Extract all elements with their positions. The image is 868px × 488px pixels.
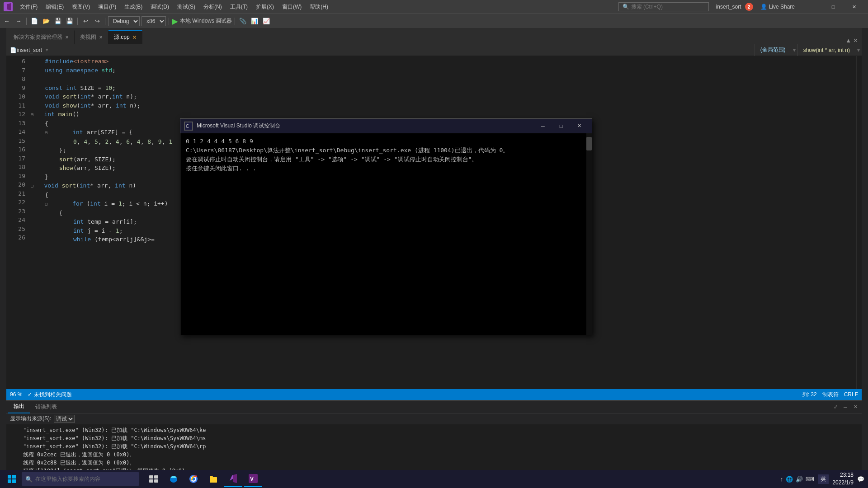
tab-modified-dot: × bbox=[132, 33, 137, 42]
svg-rect-9 bbox=[154, 479, 158, 483]
toolbar-forward[interactable]: → bbox=[14, 16, 24, 26]
no-problems[interactable]: ✓ 未找到相关问题 bbox=[28, 391, 71, 399]
tray-network-icon[interactable]: 🌐 bbox=[786, 476, 793, 483]
file-icon: 📄 bbox=[10, 47, 17, 53]
taskbar-vs2[interactable]: V bbox=[244, 471, 262, 487]
tray-keyboard-icon[interactable]: ⌨ bbox=[806, 476, 814, 483]
tab-panel-collapse[interactable]: ▲ bbox=[845, 37, 851, 44]
out-line-4: 线程 0x2cec 已退出，返回值为 0 (0x0)。 bbox=[10, 450, 858, 459]
menu-build[interactable]: 生成(B) bbox=[121, 2, 146, 12]
tab-source-label: 源.cpp bbox=[114, 33, 130, 41]
start-button[interactable] bbox=[4, 471, 20, 487]
tray-upload-icon[interactable]: ↑ bbox=[780, 476, 783, 483]
toolbar-attach[interactable]: 📎 bbox=[238, 16, 248, 26]
toolbar-prof[interactable]: 📈 bbox=[261, 16, 271, 26]
menu-edit[interactable]: 编辑(E) bbox=[42, 2, 67, 12]
panel-close[interactable]: ✕ bbox=[851, 403, 860, 412]
toolbar-open[interactable]: 📂 bbox=[41, 16, 51, 26]
menu-extensions[interactable]: 扩展(X) bbox=[252, 2, 278, 12]
taskbar-search-input[interactable] bbox=[35, 476, 126, 482]
menu-analyze[interactable]: 分析(N) bbox=[200, 2, 226, 12]
fp-arrow-icon: ▾ bbox=[46, 47, 48, 53]
close-button[interactable]: ✕ bbox=[844, 0, 864, 14]
menu-file[interactable]: 文件(F) bbox=[16, 2, 41, 12]
tab-output[interactable]: 输出 bbox=[8, 401, 30, 413]
menu-test[interactable]: 测试(S) bbox=[174, 2, 199, 12]
language-indicator[interactable]: 英 bbox=[818, 474, 829, 484]
svg-rect-8 bbox=[149, 479, 153, 483]
out-line-1: "insert_sort.exe" (Win32): 已加载 "C:\Windo… bbox=[10, 426, 858, 434]
title-search-input[interactable] bbox=[631, 4, 694, 10]
taskbar-edge[interactable] bbox=[165, 471, 183, 487]
tray-sound-icon[interactable]: 🔊 bbox=[796, 476, 803, 483]
run-button[interactable]: ▶ 本地 Windows 调试器 bbox=[172, 16, 232, 26]
editor-area: 解决方案资源管理器 解决方案资源管理器 ✕ 类视图 ✕ 源.cpp × ▲ bbox=[0, 28, 868, 488]
tab-class-view[interactable]: 类视图 ✕ bbox=[75, 30, 108, 44]
window-title: insert_sort bbox=[716, 4, 741, 10]
system-tray: ↑ 🌐 🔊 ⌨ bbox=[780, 476, 815, 483]
out-line-2: "insert_sort.exe" (Win32): 已加载 "C:\Windo… bbox=[10, 434, 858, 442]
menu-help[interactable]: 帮助(H) bbox=[306, 2, 332, 12]
toolbar-redo[interactable]: ↪ bbox=[92, 16, 102, 26]
svg-rect-5 bbox=[12, 479, 16, 483]
menu-window[interactable]: 窗口(W) bbox=[278, 2, 305, 12]
svg-rect-15 bbox=[210, 476, 213, 478]
output-source-select[interactable]: 调试 bbox=[54, 415, 75, 423]
taskbar-search[interactable]: 🔍 bbox=[22, 472, 139, 486]
window-controls: ─ □ ✕ bbox=[802, 0, 864, 14]
toolbar-new[interactable]: 📄 bbox=[29, 16, 39, 26]
fp-func[interactable]: show(int * arr, int n) bbox=[797, 44, 855, 56]
maximize-button[interactable]: □ bbox=[823, 0, 844, 14]
notification-center-button[interactable]: 💬 bbox=[857, 476, 864, 483]
toolbar-perf[interactable]: 📊 bbox=[250, 16, 259, 26]
zoom-level[interactable]: 96 % bbox=[10, 391, 22, 398]
tab-close-icon-2[interactable]: ✕ bbox=[99, 35, 103, 40]
menu-tools[interactable]: 工具(T) bbox=[226, 2, 251, 12]
taskbar-chrome[interactable] bbox=[184, 471, 203, 487]
tab-solution-explorer[interactable]: 解决方案资源管理器 ✕ bbox=[8, 30, 75, 44]
file-path-bar: 📄 insert_sort ▾ (全局范围) ▾ show(int * arr,… bbox=[6, 44, 862, 56]
taskbar-task-view[interactable] bbox=[145, 471, 163, 487]
arch-dropdown[interactable]: x86 bbox=[142, 16, 166, 26]
notification-badge[interactable]: 2 bbox=[745, 3, 753, 11]
code-line-6: #include<iostream> bbox=[31, 57, 856, 66]
tab-close-icon[interactable]: ✕ bbox=[65, 35, 69, 40]
tab-errors[interactable]: 错误列表 bbox=[30, 401, 62, 413]
menu-project[interactable]: 项目(P) bbox=[94, 2, 120, 12]
console-maximize[interactable]: □ bbox=[552, 119, 570, 133]
live-share-button[interactable]: 👤 Live Share bbox=[760, 4, 795, 10]
tab-source-cpp[interactable]: 源.cpp × bbox=[108, 30, 142, 44]
toolbar-save[interactable]: 💾 bbox=[53, 16, 63, 26]
panel-float[interactable]: ⤢ bbox=[831, 403, 840, 412]
taskbar-vs[interactable] bbox=[224, 471, 242, 487]
tab-indicator[interactable]: 制表符 bbox=[822, 391, 839, 399]
console-close[interactable]: ✕ bbox=[570, 119, 588, 133]
toolbar-undo[interactable]: ↩ bbox=[80, 16, 90, 26]
menu-view[interactable]: 视图(V) bbox=[68, 2, 94, 12]
system-clock[interactable]: 23:18 2022/1/9 bbox=[832, 471, 854, 487]
line-ending-indicator[interactable]: CRLF bbox=[844, 391, 858, 399]
minimize-button[interactable]: ─ bbox=[802, 0, 823, 14]
vs-logo bbox=[4, 2, 13, 11]
menu-debug[interactable]: 调试(D) bbox=[147, 2, 173, 12]
title-search-box[interactable]: 🔍 bbox=[618, 2, 709, 11]
output-source-label: 显示输出来源(S): bbox=[10, 415, 51, 422]
panel-minimize[interactable]: ─ bbox=[841, 403, 850, 412]
toolbar-back[interactable]: ← bbox=[2, 16, 12, 26]
col-indicator[interactable]: 列: 32 bbox=[802, 391, 817, 399]
toolbar-save-all[interactable]: 💾 bbox=[65, 16, 75, 26]
toolbar: ← → 📄 📂 💾 💾 ↩ ↪ Debug x86 ▶ 本地 Windows 调… bbox=[0, 14, 868, 28]
taskbar-files[interactable] bbox=[204, 471, 222, 487]
debug-config-dropdown[interactable]: Debug bbox=[108, 16, 140, 26]
fp-project[interactable]: 📄 insert_sort bbox=[6, 44, 46, 56]
run-label: 本地 Windows 调试器 bbox=[180, 17, 232, 25]
code-line-11: void show(int* arr, int n); bbox=[31, 101, 856, 110]
console-modal: C Microsoft Visual Studio 调试控制台 ─ □ ✕ 0 … bbox=[180, 118, 592, 335]
console-scrollbar[interactable] bbox=[586, 133, 592, 335]
sidebar-tab-explorer[interactable]: 解决方案资源管理器 bbox=[0, 30, 7, 33]
status-right: 列: 32 制表符 CRLF bbox=[802, 391, 858, 399]
editor-scrollbar[interactable] bbox=[856, 56, 862, 389]
console-minimize[interactable]: ─ bbox=[534, 119, 552, 133]
fp-scope[interactable]: (全局范围) bbox=[755, 44, 791, 56]
tab-panel-close[interactable]: ✕ bbox=[853, 37, 858, 44]
